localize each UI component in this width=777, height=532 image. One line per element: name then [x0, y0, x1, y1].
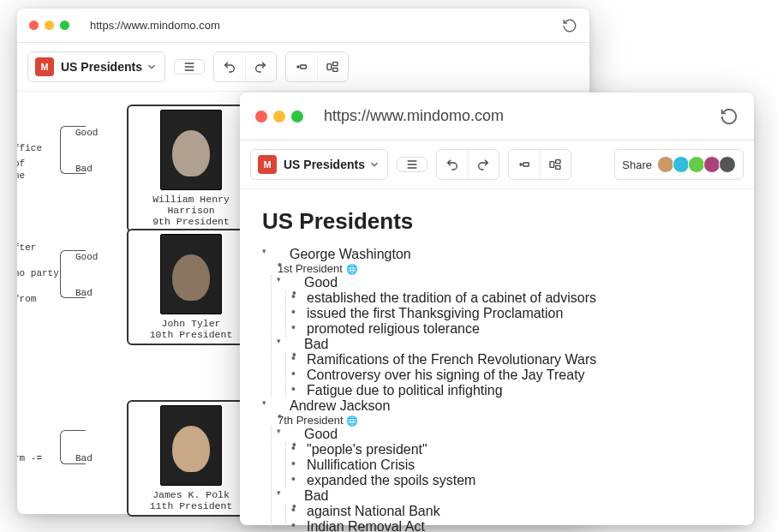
svg-rect-3	[333, 63, 338, 66]
globe-icon: 🌐	[346, 415, 358, 426]
node-card[interactable]: John Tyler 10th President	[127, 229, 255, 345]
titlebar-back: https://www.mindomo.com	[17, 9, 589, 43]
reload-icon[interactable]	[562, 18, 577, 33]
app-logo-icon: M	[258, 155, 277, 174]
partial-label: rm -=	[17, 453, 42, 463]
outline-caption: 7th President 🌐	[278, 414, 732, 427]
svg-rect-6	[523, 163, 529, 166]
maximize-icon[interactable]	[60, 21, 69, 30]
svg-rect-1	[301, 65, 307, 69]
outline-caption: 1st President 🌐	[278, 262, 732, 275]
undo-button[interactable]	[437, 150, 468, 179]
compact-icon	[295, 60, 308, 74]
chevron-down-icon	[146, 61, 158, 73]
partial-label: ffice	[17, 143, 42, 153]
menu-button[interactable]	[174, 59, 205, 75]
view-compact-button[interactable]	[286, 52, 317, 81]
node-card[interactable]: James K. Polk 11th President	[127, 400, 255, 517]
outline-president[interactable]: George Washington	[262, 247, 732, 262]
document-title: US Presidents	[284, 158, 368, 171]
node-sub: 9th President	[132, 216, 250, 227]
partial-label: of	[17, 158, 25, 169]
outline-item[interactable]: promoted religious tolerance	[291, 321, 732, 337]
layout-icon	[326, 60, 339, 74]
traffic-lights	[255, 111, 303, 123]
view-layout-button[interactable]	[317, 52, 348, 81]
chevron-down-icon	[368, 158, 380, 170]
address-bar[interactable]: https://www.mindomo.com	[319, 107, 713, 125]
view-group	[285, 51, 349, 82]
toolbar-back: M US Presidents	[17, 43, 589, 92]
view-compact-button[interactable]	[509, 150, 540, 179]
node-sub: 11th President	[132, 500, 250, 511]
svg-rect-4	[333, 68, 338, 71]
outline-item[interactable]: issued the first Thanksgiving Proclamati…	[291, 306, 732, 321]
svg-point-5	[520, 164, 522, 165]
svg-rect-9	[556, 165, 560, 169]
undo-redo-group	[436, 149, 499, 180]
outline-bad[interactable]: Bad	[277, 488, 732, 504]
compact-icon	[517, 158, 531, 171]
undo-icon	[445, 158, 459, 171]
avatar	[657, 156, 674, 173]
toolbar-front: M US Presidents Share	[240, 140, 754, 189]
close-icon[interactable]	[29, 21, 39, 30]
document-switcher[interactable]: M US Presidents	[250, 149, 388, 180]
outline-title: US Presidents	[262, 208, 732, 235]
hamburger-icon	[182, 60, 196, 74]
minimize-icon[interactable]	[45, 21, 54, 30]
svg-rect-2	[327, 64, 332, 70]
svg-rect-8	[556, 160, 560, 164]
traffic-lights	[29, 21, 69, 30]
view-layout-button[interactable]	[540, 150, 571, 179]
partial-label: no party	[17, 268, 59, 278]
hamburger-icon	[405, 158, 419, 171]
partial-label: from	[17, 294, 36, 304]
app-logo-icon: M	[35, 57, 54, 76]
reload-icon[interactable]	[720, 107, 738, 126]
share-label: Share	[622, 158, 652, 171]
outline-item[interactable]: Controversy over his signing of the Jay …	[291, 368, 732, 383]
portrait-image	[160, 110, 222, 190]
node-name: John Tyler	[132, 318, 250, 329]
menu-button[interactable]	[397, 157, 427, 172]
undo-icon	[223, 60, 236, 74]
good-label: Good	[75, 128, 98, 138]
document-switcher[interactable]: M US Presidents	[27, 51, 165, 82]
close-icon[interactable]	[255, 111, 267, 123]
redo-button[interactable]	[468, 150, 499, 179]
bad-label: Bad	[75, 164, 93, 174]
outline-good[interactable]: Good	[277, 427, 732, 442]
address-bar[interactable]: https://www.mindomo.com	[85, 19, 555, 32]
avatar	[719, 156, 736, 173]
outline-good[interactable]: Good	[277, 275, 732, 290]
outline-item[interactable]: established the tradition of a cabinet o…	[291, 290, 732, 306]
outline-item[interactable]: Nullification Crisis	[291, 457, 732, 473]
view-group	[508, 149, 571, 180]
svg-point-0	[297, 66, 299, 68]
outline-item[interactable]: Ramifications of the French Revolutionar…	[291, 352, 732, 368]
outline-item[interactable]: against National Bank	[291, 504, 732, 519]
undo-redo-group	[213, 51, 277, 82]
outline-item[interactable]: Fatigue due to political infighting	[291, 383, 732, 398]
partial-label: he	[17, 170, 25, 181]
avatar	[688, 156, 705, 173]
undo-button[interactable]	[214, 52, 245, 81]
good-label: Good	[75, 252, 98, 262]
redo-icon	[254, 60, 267, 74]
maximize-icon[interactable]	[291, 111, 303, 123]
titlebar-front: https://www.mindomo.com	[240, 93, 754, 140]
outline-view[interactable]: US Presidents George Washington1st Presi…	[240, 189, 754, 532]
bad-label: Bad	[75, 453, 93, 463]
node-card[interactable]: William Henry Harrison 9th President	[127, 105, 255, 232]
node-name: William Henry Harrison	[132, 194, 250, 216]
minimize-icon[interactable]	[273, 111, 285, 123]
outline-item[interactable]: Indian Removal Act	[291, 519, 732, 532]
outline-item[interactable]: expanded the spoils system	[291, 473, 732, 488]
outline-president[interactable]: Andrew Jackson	[262, 398, 732, 414]
partial-label: fter	[17, 242, 36, 253]
redo-button[interactable]	[245, 52, 276, 81]
outline-item[interactable]: "people's president"	[291, 442, 732, 457]
share-button[interactable]: Share	[614, 149, 744, 180]
outline-bad[interactable]: Bad	[277, 337, 732, 352]
